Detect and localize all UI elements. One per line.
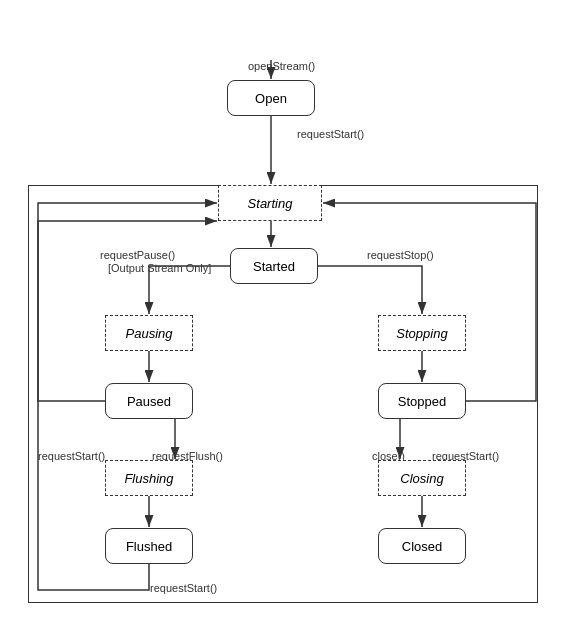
label-requestpause: requestPause(): [100, 249, 175, 261]
state-diagram: openStream() Open requestStart() Startin…: [0, 0, 574, 631]
state-started: Started: [230, 248, 318, 284]
state-stopped: Stopped: [378, 383, 466, 419]
state-starting: Starting: [218, 185, 322, 221]
state-flushing: Flushing: [105, 460, 193, 496]
state-pausing: Pausing: [105, 315, 193, 351]
label-outputstreamonly: [Output Stream Only]: [108, 262, 211, 274]
state-closed: Closed: [378, 528, 466, 564]
label-requeststart3: requestStart(): [150, 582, 217, 594]
state-flushed: Flushed: [105, 528, 193, 564]
label-openstream: openStream(): [248, 60, 315, 72]
state-closing: Closing: [378, 460, 466, 496]
state-stopping: Stopping: [378, 315, 466, 351]
state-open: Open: [227, 80, 315, 116]
state-paused: Paused: [105, 383, 193, 419]
label-requeststart2: requestStart(): [38, 450, 105, 462]
label-requeststop: requestStop(): [367, 249, 434, 261]
label-requeststart1: requestStart(): [297, 128, 364, 140]
